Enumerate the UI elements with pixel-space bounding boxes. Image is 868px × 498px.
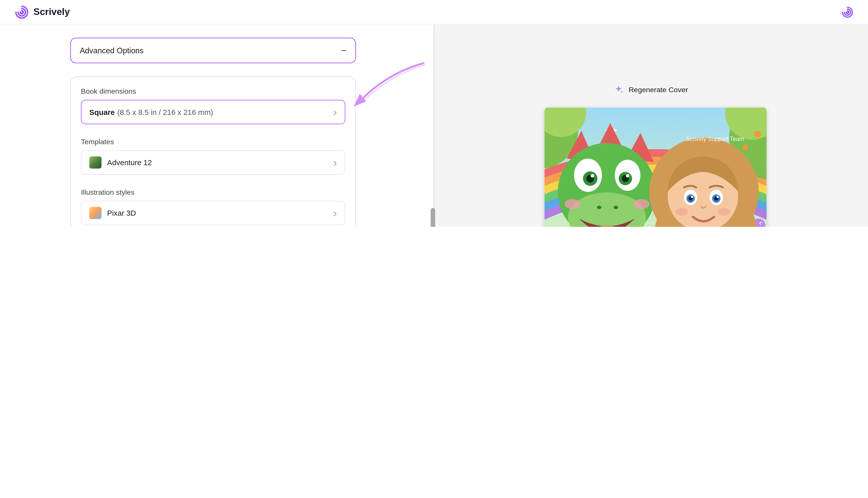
book-dimensions-group: Book dimensions Square (8.5 x 8.5 in / 2… (81, 87, 345, 124)
advanced-options-label: Advanced Options (80, 46, 144, 55)
sparkles-icon (615, 85, 624, 94)
templates-value: Adventure 12 (107, 158, 328, 167)
cover-art: Scrively Support Team The Rainbow Dinosa… (545, 108, 766, 227)
illustration-styles-label: Illustration styles (81, 188, 345, 196)
options-card: Book dimensions Square (8.5 x 8.5 in / 2… (70, 77, 356, 227)
brand: Scrively (14, 5, 70, 19)
templates-label: Templates (81, 137, 345, 146)
regenerate-cover-button[interactable]: Regenerate Cover (611, 84, 691, 94)
chevron-right-icon: › (333, 107, 337, 118)
cover-byline: Scrively Support Team (686, 135, 744, 142)
scrively-logo-icon (14, 5, 29, 19)
illustration-styles-value: Pixar 3D (107, 209, 328, 217)
templates-select[interactable]: Adventure 12 › (81, 150, 345, 175)
illustration-styles-group: Illustration styles Pixar 3D › (81, 188, 345, 225)
scrollbar-thumb[interactable] (431, 208, 435, 227)
template-thumbnail (89, 156, 102, 168)
advanced-options-toggle[interactable]: Advanced Options − (70, 38, 356, 63)
top-bar: Scrively (0, 0, 868, 25)
illustration-styles-select[interactable]: Pixar 3D › (81, 201, 345, 225)
app-window: Scrively Advanced Options − Book dimensi… (0, 0, 868, 227)
chevron-right-icon: › (333, 207, 337, 219)
pane-divider (433, 25, 435, 227)
scrively-mark-icon[interactable] (841, 6, 854, 18)
brand-name: Scrively (34, 6, 70, 17)
book-dimensions-label: Book dimensions (81, 87, 345, 95)
book-cover-preview: Scrively Support Team The Rainbow Dinosa… (545, 108, 766, 227)
book-dimensions-value: Square (8.5 x 8.5 in / 216 x 216 mm) (89, 107, 328, 117)
collapse-icon[interactable]: − (341, 46, 346, 55)
preview-pane: Regenerate Cover (435, 25, 868, 227)
book-dimensions-select[interactable]: Square (8.5 x 8.5 in / 216 x 216 mm) › (81, 100, 345, 124)
templates-group: Templates Adventure 12 › (81, 137, 345, 175)
style-thumbnail (89, 207, 102, 219)
chevron-right-icon: › (333, 157, 337, 168)
